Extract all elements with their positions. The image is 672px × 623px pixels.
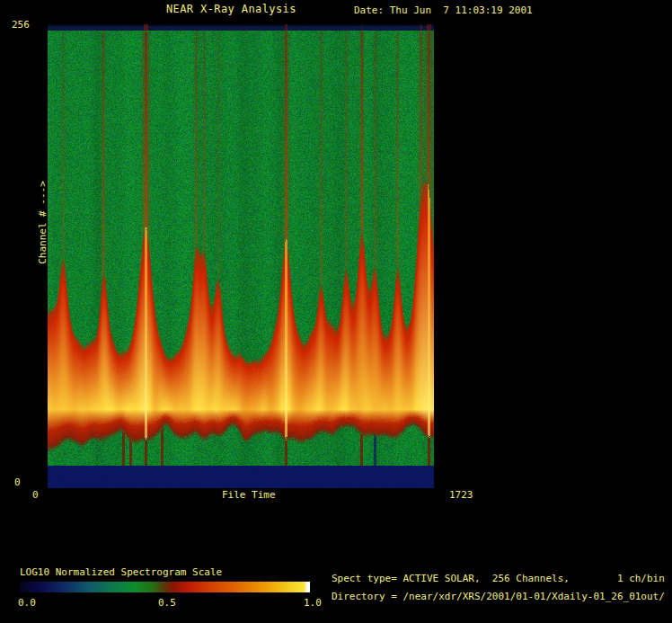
colorbar-tick-mid: 0.5 [158,597,176,609]
colorbar-gradient [20,582,310,592]
page-title: NEAR X-Ray Analysis [166,4,296,15]
y-axis-max-label: 256 [12,19,30,31]
y-axis-min-label: 0 [14,476,21,488]
colorbar-title: LOG10 Normalized Spectrogram Scale [20,566,222,578]
spect-type-info: Spect type= ACTIVE SOLAR, 256 Channels, … [332,573,665,584]
x-axis-title: File Time [222,489,276,501]
spectrogram-canvas [48,24,434,488]
x-axis-max-label: 1723 [449,489,473,501]
near-xray-analysis-window: { "colors": { "background": "#000000", "… [0,0,672,623]
y-axis-title: Channel # ---> [37,178,49,268]
header-date: Date: Thu Jun 7 11:03:19 2001 [354,4,533,16]
directory-info: Directory = /near/xdr/XRS/2001/01-01/Xda… [332,591,665,602]
colorbar-tick-max: 1.0 [304,597,322,609]
colorbar-tick-min: 0.0 [18,597,36,609]
x-axis-min-label: 0 [32,489,39,501]
